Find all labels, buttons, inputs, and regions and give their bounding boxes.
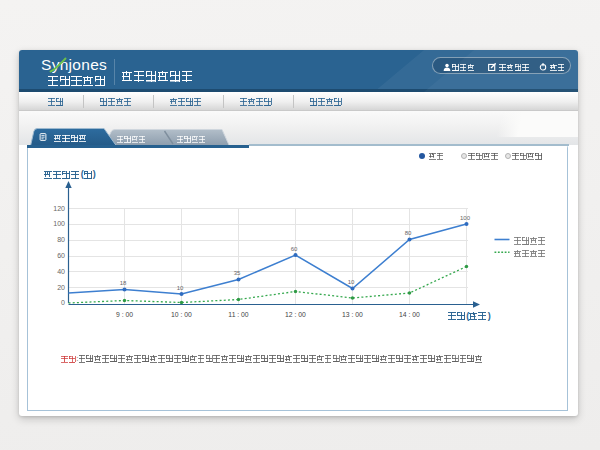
svg-text:100: 100 xyxy=(53,220,65,227)
svg-text:9 : 00: 9 : 00 xyxy=(116,311,133,318)
svg-text:40: 40 xyxy=(57,268,65,275)
svg-text:13 : 00: 13 : 00 xyxy=(342,311,363,318)
svg-text:12 : 00: 12 : 00 xyxy=(285,311,306,318)
svg-text:80: 80 xyxy=(405,230,412,236)
svg-text:35: 35 xyxy=(234,270,241,276)
svg-text:10: 10 xyxy=(348,279,355,285)
svg-text:14 : 00: 14 : 00 xyxy=(399,311,420,318)
svg-text:80: 80 xyxy=(57,236,65,243)
svg-text:120: 120 xyxy=(53,205,65,212)
svg-text:60: 60 xyxy=(291,246,298,252)
svg-text:11 : 00: 11 : 00 xyxy=(228,311,249,318)
svg-text:10: 10 xyxy=(177,285,184,291)
svg-text:10 : 00: 10 : 00 xyxy=(171,311,192,318)
svg-text:0: 0 xyxy=(61,299,65,306)
svg-text:20: 20 xyxy=(57,284,65,291)
svg-text:60: 60 xyxy=(57,252,65,259)
svg-text:100: 100 xyxy=(460,215,471,221)
svg-text:18: 18 xyxy=(120,280,127,286)
